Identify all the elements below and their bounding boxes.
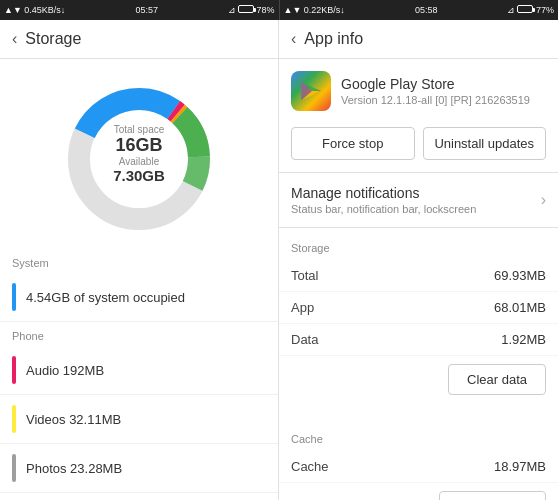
videos-item-text: Videos 32.11MB — [26, 412, 121, 427]
audio-color-bar — [12, 356, 16, 384]
left-panel: ‹ Storage Total space 16GB — [0, 20, 279, 500]
donut-available-label: Available — [113, 156, 165, 167]
clear-cache-button[interactable]: Clear cache — [439, 491, 546, 500]
app-icon — [291, 71, 331, 111]
photos-color-bar — [12, 454, 16, 482]
cache-section-label: Cache — [279, 427, 558, 451]
clear-cache-row: Clear cache — [279, 483, 558, 500]
signal-right: ▲▼ 0.22KB/s↓ — [284, 5, 345, 15]
app-info-text: Google Play Store Version 12.1.18-all [0… — [341, 76, 530, 106]
chevron-right-icon: › — [541, 191, 546, 209]
left-panel-title: Storage — [25, 30, 81, 48]
wifi-icon-right: ⊿ — [507, 5, 515, 15]
status-icons-right: ⊿ 77% — [507, 5, 554, 15]
storage-app-label: App — [291, 300, 314, 315]
status-bar-right: ▲▼ 0.22KB/s↓ 05:58 ⊿ 77% — [279, 0, 559, 20]
donut-center-text: Total space 16GB Available 7.30GB — [113, 124, 165, 184]
status-bars: ▲▼ 0.45KB/s↓ 05:57 ⊿ 78% ▲▼ 0.22KB/s↓ 05… — [0, 0, 558, 20]
system-item: 4.54GB of system occupied — [0, 273, 278, 322]
left-panel-header: ‹ Storage — [0, 20, 278, 59]
clear-data-row: Clear data — [279, 356, 558, 403]
cache-value: 18.97MB — [494, 459, 546, 474]
storage-app-value: 68.01MB — [494, 300, 546, 315]
storage-total-row: Total 69.93MB — [279, 260, 558, 292]
storage-data-row: Data 1.92MB — [279, 324, 558, 356]
force-stop-button[interactable]: Force stop — [291, 127, 415, 160]
photos-item: Photos 23.28MB — [0, 444, 278, 493]
right-panel: ‹ App info — [279, 20, 558, 500]
manage-notifications[interactable]: Manage notifications Status bar, notific… — [279, 172, 558, 228]
right-panel-title: App info — [304, 30, 363, 48]
manage-notif-title: Manage notifications — [291, 185, 476, 201]
uninstall-updates-button[interactable]: Uninstall updates — [423, 127, 547, 160]
cache-row: Cache 18.97MB — [279, 451, 558, 483]
app-icon-area: Google Play Store Version 12.1.18-all [0… — [279, 59, 558, 123]
storage-app-row: App 68.01MB — [279, 292, 558, 324]
battery-left: 78% — [238, 5, 275, 15]
phone-section-label: Phone — [0, 322, 278, 346]
battery-pct-right: 77% — [536, 5, 554, 15]
main-content: ‹ Storage Total space 16GB — [0, 20, 558, 500]
app-name: Google Play Store — [341, 76, 530, 92]
signal-left: ▲▼ 0.45KB/s↓ — [4, 5, 65, 15]
storage-total-value: 69.93MB — [494, 268, 546, 283]
status-icons-left: ⊿ 78% — [228, 5, 275, 15]
storage-data-label: Data — [291, 332, 318, 347]
storage-data-value: 1.92MB — [501, 332, 546, 347]
action-buttons: Force stop Uninstall updates — [279, 123, 558, 172]
app-info-header: ‹ App info — [279, 20, 558, 59]
videos-color-bar — [12, 405, 16, 433]
donut-available-value: 7.30GB — [113, 167, 165, 184]
battery-right: 77% — [517, 5, 554, 15]
cache-section: Cache Cache 18.97MB Clear cache — [279, 419, 558, 500]
donut-chart-container: Total space 16GB Available 7.30GB — [0, 59, 278, 249]
cache-label: Cache — [291, 459, 329, 474]
videos-item: Videos 32.11MB — [0, 395, 278, 444]
play-store-icon-svg — [298, 78, 324, 104]
donut-total-value: 16GB — [113, 135, 165, 156]
system-item-text: 4.54GB of system occupied — [26, 290, 185, 305]
data-speed-right: 0.22KB/s↓ — [304, 5, 345, 15]
photos-item-text: Photos 23.28MB — [26, 461, 122, 476]
audio-item: Audio 192MB — [0, 346, 278, 395]
data-speed-left: 0.45KB/s↓ — [24, 5, 65, 15]
storage-section-label: Storage — [279, 236, 558, 260]
wifi-icon-left: ⊿ — [228, 5, 236, 15]
manage-notif-subtitle: Status bar, notification bar, lockscreen — [291, 203, 476, 215]
time-right: 05:58 — [415, 5, 438, 15]
manage-notif-text: Manage notifications Status bar, notific… — [291, 185, 476, 215]
back-arrow-right[interactable]: ‹ — [291, 30, 296, 48]
storage-section: Storage Total 69.93MB App 68.01MB Data 1… — [279, 228, 558, 411]
storage-total-label: Total — [291, 268, 318, 283]
system-color-bar — [12, 283, 16, 311]
battery-pct-left: 78% — [256, 5, 274, 15]
status-bar-left: ▲▼ 0.45KB/s↓ 05:57 ⊿ 78% — [0, 0, 279, 20]
system-section-label: System — [0, 249, 278, 273]
app-version: Version 12.1.18-all [0] [PR] 216263519 — [341, 94, 530, 106]
time-left: 05:57 — [135, 5, 158, 15]
audio-item-text: Audio 192MB — [26, 363, 104, 378]
donut-total-label: Total space — [113, 124, 165, 135]
clear-data-button[interactable]: Clear data — [448, 364, 546, 395]
back-arrow-left[interactable]: ‹ — [12, 30, 17, 48]
